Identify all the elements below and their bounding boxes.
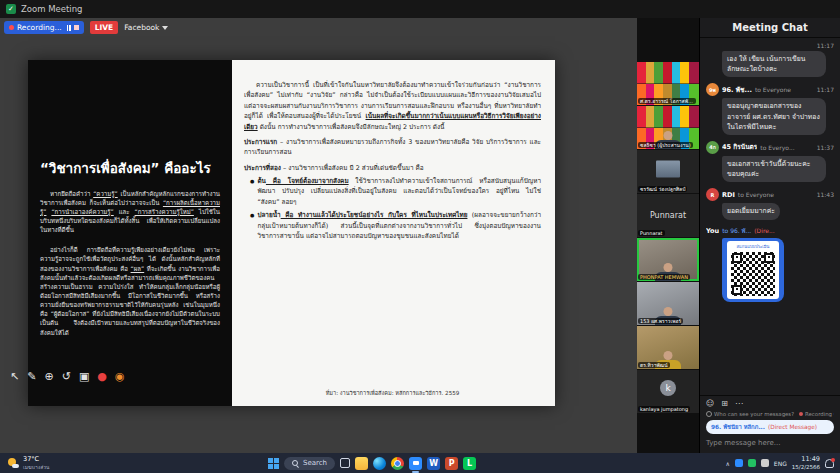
window-titlebar: ✓ Zoom Meeting: [0, 0, 840, 18]
message-input[interactable]: Type message here...: [706, 437, 834, 447]
language-indicator[interactable]: ENG: [774, 460, 787, 467]
participant-video[interactable]: ดร.ทิวาพัฒน์: [637, 326, 699, 369]
participant-video[interactable]: k kanlaya jumpatong: [637, 370, 699, 413]
notification-bell-icon[interactable]: [825, 459, 834, 468]
participant-name: ชลธิชา (ผู้ประสานงาน): [638, 142, 693, 148]
participant-video[interactable]: 153 ผศ.พราวเพอร์: [637, 282, 699, 325]
clock-date: 15/2/2566: [792, 464, 820, 471]
sender-name: 96. พัช...: [722, 85, 752, 95]
start-button[interactable]: [268, 458, 279, 469]
taskbar-search[interactable]: Search: [284, 457, 335, 470]
word-icon[interactable]: W: [427, 457, 440, 470]
shared-screen-stage: Recording... LIVE Facebook “วิชาการเพื่อ…: [0, 18, 637, 453]
slide-right-intro: ความเป็นวิชาการนี้ เป็นที่เข้าใจกันในมหา…: [244, 80, 541, 132]
message-bubble: ขอเอกสารเช้าวันนี้ด้วยนะคะ ขอบคุณค่ะ: [722, 156, 826, 182]
participant-name: ดร.ทิวาพัฒน์: [638, 362, 670, 368]
screenshot-icon[interactable]: ⊞: [721, 399, 728, 408]
privacy-note: Who can see your messages? Recording On: [706, 411, 834, 417]
taskbar-apps: Search W P L: [268, 453, 476, 473]
undo-icon[interactable]: ↺: [62, 370, 71, 384]
search-icon: [292, 460, 299, 467]
more-options-icon[interactable]: ⋯: [735, 399, 743, 408]
qr-caption: สแกนแบบประเมิน: [730, 244, 776, 250]
stop-recording-button[interactable]: [74, 25, 79, 30]
participant-video[interactable]: ศ.ดร.อาวรณ์ โอภาสพัฒนกิจ: [637, 62, 699, 105]
chat-message: 9พ 96. พัช... to Everyone 11:17 ขออนุญาต…: [706, 83, 834, 135]
slide-point-first: ประการแรก – งานวิชาการเพื่อสังคมหมายรวมถ…: [244, 137, 541, 158]
pause-recording-button[interactable]: [67, 25, 71, 31]
weather-icon: [8, 458, 19, 468]
file-explorer-icon[interactable]: [355, 457, 368, 470]
line-app-icon[interactable]: L: [463, 457, 476, 470]
tray-expand-icon[interactable]: ∧: [725, 460, 729, 467]
chat-message-own: You to 96. พั... (Dire... สแกนแบบประเมิน: [706, 226, 834, 302]
stream-target-dropdown[interactable]: Facebook: [124, 23, 168, 32]
weather-widget[interactable]: 37°C เมฆบางส่วน: [0, 453, 57, 473]
security-shield-icon[interactable]: ✓: [6, 4, 16, 14]
slide-left-panel: “วิชาการเพื่อสังคม” คืออะไร หากยึดถือคำว…: [28, 60, 232, 406]
chevron-down-icon: [162, 26, 168, 30]
message-recipient: to Everyone: [738, 191, 774, 198]
pen-icon[interactable]: ✎: [27, 370, 36, 384]
chat-message: R RDI to Everyone 11:43 ยอดเยี่ยมมากค่ะ: [706, 188, 834, 219]
slide-heading: “วิชาการเพื่อสังคม” คืออะไร: [40, 160, 220, 178]
task-view-icon[interactable]: [340, 458, 350, 468]
emoji-icon[interactable]: ☺: [706, 399, 714, 408]
direct-message-tag: (Dire...: [754, 227, 774, 234]
slide-right-panel: ความเป็นวิชาการนี้ เป็นที่เข้าใจกันในมหา…: [232, 60, 555, 406]
sender-name: You: [706, 227, 719, 235]
chrome-icon[interactable]: [391, 457, 404, 470]
message-time: 11:37: [817, 144, 834, 151]
powerpoint-icon[interactable]: P: [445, 457, 458, 470]
privacy-info-icon[interactable]: [706, 411, 712, 417]
qr-attachment-card[interactable]: สแกนแบบประเมิน: [727, 241, 779, 299]
participant-photo: [656, 161, 680, 178]
taskbar-clock[interactable]: 11:49 15/2/2566: [792, 456, 820, 470]
slide-left-paragraph-1: หากยึดถือคำว่า “ความรู้” เป็นหลักสำคัญหล…: [40, 189, 220, 235]
sender-avatar: 4ก: [706, 141, 719, 154]
cursor-icon[interactable]: ↖: [10, 370, 19, 384]
message-time: 11:43: [817, 191, 834, 198]
weather-condition: เมฆบางส่วน: [23, 464, 49, 470]
participants-strip: ศ.ดร.อาวรณ์ โอภาสพัฒนกิจ ชลธิชา (ผู้ประส…: [637, 18, 699, 453]
sender-avatar: R: [706, 188, 719, 201]
slide-source-caption: ที่มา: งานวิชาการเพื่อสังคม: หลักการและว…: [244, 389, 541, 398]
message-bubble: ขออนุญาตขอเอกสารของอาจารย์ ผศ.ดร.ทัศยา จ…: [722, 98, 826, 135]
participant-video-active-speaker[interactable]: PHONPAT HEMWAN: [637, 238, 699, 281]
weather-temp: 37°C: [23, 456, 49, 464]
live-badge: LIVE: [90, 21, 119, 34]
reply-direct-tag: (Direct Message): [768, 424, 817, 430]
laser-pointer-icon[interactable]: ●: [97, 370, 107, 384]
tray-zoom-icon[interactable]: [735, 459, 743, 467]
reply-target-chip[interactable]: 96. พัชนียา หลีกภ... (Direct Message): [706, 420, 834, 434]
message-bubble: ยอดเยี่ยมมากค่ะ: [722, 203, 780, 219]
participant-video[interactable]: ชลธิชา (ผู้ประสานงาน): [637, 106, 699, 149]
chat-panel: Meeting Chat 11:17 เอง ให้ เขียน เน้นการ…: [699, 18, 840, 453]
recording-on-text: Recording On: [805, 411, 834, 417]
sender-name: RDI: [722, 191, 735, 199]
participant-name: ชรวัฒน์ ว่องปลูกศิลป์: [638, 186, 687, 192]
tray-volume-icon[interactable]: [761, 459, 769, 467]
participant-video[interactable]: ชรวัฒน์ ว่องปลูกศิลป์: [637, 150, 699, 193]
message-time: 11:17: [817, 42, 834, 49]
slide-bullet-1: ต้น คือ โจทย์ต้องมาจากสังคม ใช้วิชาการลง…: [250, 176, 541, 207]
qr-code-image[interactable]: [731, 252, 775, 296]
search-label: Search: [303, 459, 327, 467]
message-bubble: สแกนแบบประเมิน: [722, 238, 784, 302]
system-tray: ∧ ENG 11:49 15/2/2566: [725, 453, 836, 473]
edge-icon[interactable]: [373, 457, 386, 470]
sender-avatar: 9พ: [706, 83, 719, 96]
zoom-app-icon[interactable]: [409, 457, 422, 470]
zoom-in-icon[interactable]: ⊕: [44, 370, 53, 384]
slide-bullet-2: ปลายน้ำ คือ ทำงานแล้วได้ประโยชน์อย่างไร …: [250, 210, 541, 241]
notification-badge: [831, 458, 835, 462]
spotlight-icon[interactable]: ◉: [115, 370, 125, 384]
windows-taskbar: 37°C เมฆบางส่วน Search W P L ∧ ENG 11:49…: [0, 453, 840, 473]
tray-line-icon[interactable]: [748, 459, 756, 467]
chat-message-list[interactable]: 11:17 เอง ให้ เขียน เน้นการเขียนลักษณะใด…: [700, 38, 840, 395]
chat-message: 11:17 เอง ให้ เขียน เน้นการเขียนลักษณะใด…: [706, 41, 834, 77]
recording-on-dot-icon: [799, 412, 803, 416]
participant-video[interactable]: Punnarat Punnarat: [637, 194, 699, 237]
slide-left-paragraph-2: อย่างไรก็ดี การยึดถือที่ความรู้เพียงอย่า…: [40, 245, 220, 336]
screenshot-icon[interactable]: ▣: [79, 370, 89, 384]
